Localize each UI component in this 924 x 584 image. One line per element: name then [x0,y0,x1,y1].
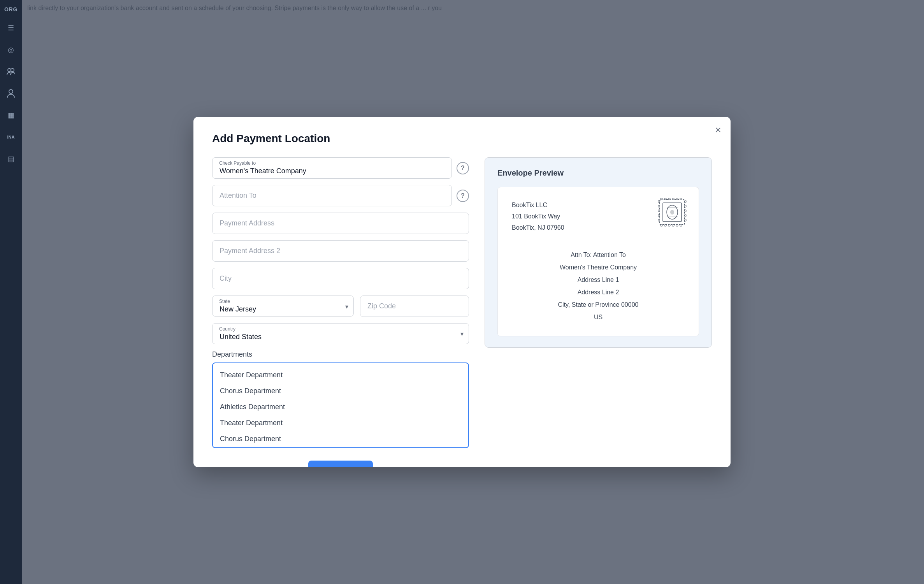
add-payment-location-modal: Add Payment Location × Check Payable to … [193,117,731,467]
svg-rect-9 [661,198,662,200]
payment-address-group [212,213,469,234]
modal-title: Add Payment Location [212,132,712,145]
payment-address-input[interactable] [212,213,469,234]
svg-rect-28 [685,210,686,212]
recipient-line4: Address Line 2 [512,286,685,299]
attention-to-help-icon[interactable]: ? [457,190,469,202]
departments-section: Departments Theater Department Chorus De… [212,350,469,448]
svg-rect-18 [672,225,674,226]
list-item[interactable]: Theater Department [213,415,468,431]
list-item[interactable]: Athletics Department [213,447,468,448]
svg-rect-27 [685,205,686,207]
svg-rect-23 [658,210,660,212]
svg-rect-14 [680,198,682,200]
svg-rect-15 [661,225,662,226]
modal-backdrop: Add Payment Location × Check Payable to … [0,0,924,584]
svg-rect-26 [685,201,686,202]
country-group: Country United States Canada United King… [212,323,469,344]
svg-rect-20 [680,225,682,226]
check-payable-group: Check Payable to ? [212,157,469,179]
payment-address2-group [212,240,469,262]
country-wrapper: Country United States Canada United King… [212,323,469,344]
envelope-card: BookTix LLC 101 BookTix Way BookTix, NJ … [497,187,699,336]
attention-to-group: ? [212,185,469,206]
svg-rect-29 [685,215,686,216]
zip-input[interactable] [360,296,469,317]
svg-rect-11 [668,198,670,200]
svg-rect-25 [658,219,660,221]
svg-rect-21 [658,201,660,202]
city-group [212,268,469,289]
form-section: Check Payable to ? ? [212,157,469,467]
svg-rect-22 [658,205,660,207]
svg-rect-19 [676,225,678,226]
svg-rect-16 [664,225,666,226]
zip-wrapper [360,296,469,317]
svg-rect-13 [676,198,678,200]
close-button[interactable]: × [715,125,721,135]
departments-label: Departments [212,350,469,359]
add-button[interactable]: ADD [308,461,373,467]
city-input[interactable] [212,268,469,289]
recipient-address: Attn To: Attention To Women's Theatre Co… [512,249,685,324]
recipient-line1: Attn To: Attention To [512,249,685,261]
envelope-section: Envelope Preview BookTix LLC 101 BookTix… [485,157,712,467]
payment-address2-input[interactable] [212,240,469,262]
svg-rect-24 [658,215,660,216]
list-item[interactable]: Theater Department [213,367,468,383]
state-wrapper: State New Jersey Alabama Alaska Arizona … [212,296,354,317]
recipient-line5: City, State or Province 00000 [512,299,685,311]
svg-rect-30 [685,219,686,221]
envelope-preview-box: Envelope Preview BookTix LLC 101 BookTix… [485,157,712,348]
modal-body: Check Payable to ? ? [212,157,712,467]
recipient-line3: Address Line 1 [512,274,685,286]
country-select[interactable]: United States Canada United Kingdom Aust… [212,323,469,344]
recipient-line2: Women's Theatre Company [512,261,685,274]
state-zip-row: State New Jersey Alabama Alaska Arizona … [212,296,469,317]
envelope-preview-title: Envelope Preview [497,169,699,178]
attention-to-input[interactable] [212,185,452,206]
list-item[interactable]: Chorus Department [213,383,468,399]
add-button-row: ADD [212,461,469,467]
state-select[interactable]: New Jersey Alabama Alaska Arizona Califo… [212,296,354,317]
attention-to-wrapper [212,185,452,206]
stamp-icon [657,197,688,228]
check-payable-input[interactable] [212,157,452,179]
list-item[interactable]: Athletics Department [213,399,468,415]
svg-rect-10 [664,198,666,200]
check-payable-help-icon[interactable]: ? [457,162,469,174]
check-payable-wrapper: Check Payable to [212,157,452,179]
svg-rect-12 [672,198,674,200]
departments-list[interactable]: Theater Department Chorus Department Ath… [212,362,469,448]
stamp-area [657,197,688,229]
recipient-line6: US [512,311,685,324]
svg-point-6 [670,210,674,215]
svg-rect-17 [668,225,670,226]
list-item[interactable]: Chorus Department [213,431,468,447]
